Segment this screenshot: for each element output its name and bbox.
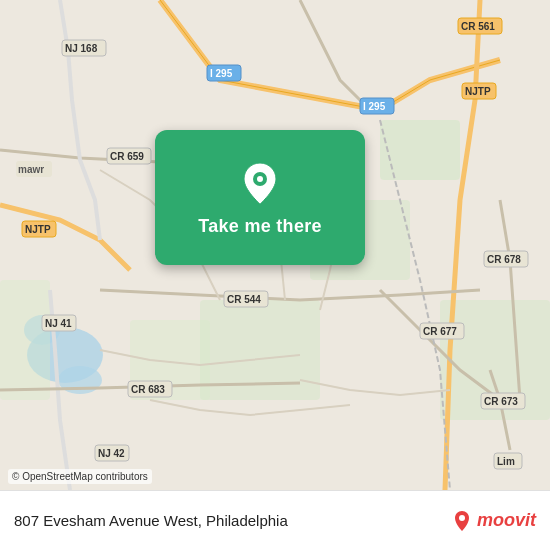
svg-text:CR 678: CR 678 — [487, 254, 521, 265]
svg-text:mawr: mawr — [18, 164, 44, 175]
svg-point-43 — [257, 176, 263, 182]
take-me-there-button[interactable]: Take me there — [155, 130, 365, 265]
svg-text:NJTP: NJTP — [25, 224, 51, 235]
svg-text:NJ 42: NJ 42 — [98, 448, 125, 459]
svg-point-44 — [459, 515, 465, 521]
svg-text:CR 561: CR 561 — [461, 21, 495, 32]
svg-text:NJ 41: NJ 41 — [45, 318, 72, 329]
address-text: 807 Evesham Avenue West, Philadelphia — [14, 512, 442, 529]
svg-text:I 295: I 295 — [210, 68, 233, 79]
svg-text:CR 677: CR 677 — [423, 326, 457, 337]
svg-text:NJ 168: NJ 168 — [65, 43, 98, 54]
bottom-bar: 807 Evesham Avenue West, Philadelphia mo… — [0, 490, 550, 550]
svg-text:Lim: Lim — [497, 456, 515, 467]
location-pin-icon — [235, 158, 285, 208]
map-container: NJ 168 I 295 CR 561 NJTP CR 659 I 295 NJ… — [0, 0, 550, 490]
svg-rect-4 — [380, 120, 460, 180]
svg-text:I 295: I 295 — [363, 101, 386, 112]
moovit-logo: moovit — [450, 509, 536, 533]
svg-text:NJTP: NJTP — [465, 86, 491, 97]
svg-text:CR 659: CR 659 — [110, 151, 144, 162]
svg-text:CR 683: CR 683 — [131, 384, 165, 395]
moovit-wordmark: moovit — [477, 510, 536, 531]
svg-rect-7 — [0, 280, 50, 400]
moovit-pin-icon — [450, 509, 474, 533]
map-copyright: © OpenStreetMap contributors — [8, 469, 152, 484]
take-me-there-label: Take me there — [198, 216, 322, 237]
svg-text:CR 544: CR 544 — [227, 294, 261, 305]
svg-text:CR 673: CR 673 — [484, 396, 518, 407]
